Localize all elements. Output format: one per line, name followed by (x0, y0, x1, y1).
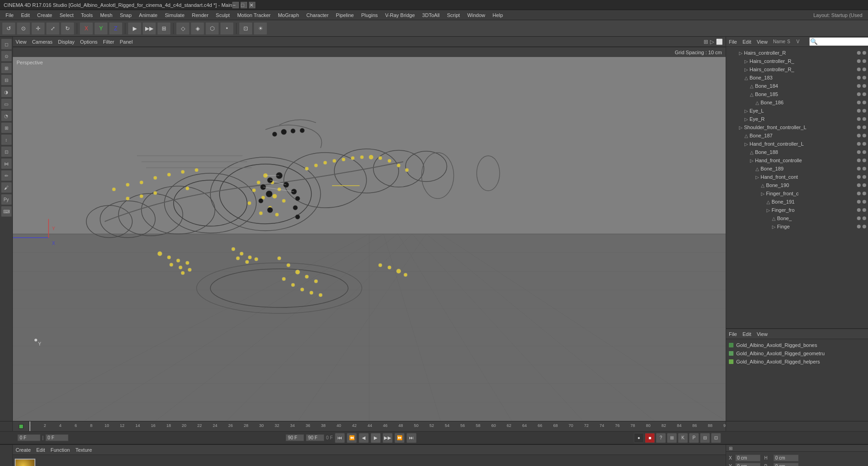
magnet-tool[interactable]: ⋈ (1, 158, 12, 169)
menu-animate[interactable]: Animate (135, 11, 161, 19)
obj-tree-item[interactable]: ▷Eye_R (726, 115, 868, 123)
menu-help[interactable]: Help (489, 11, 507, 19)
step-fwd-button[interactable]: ⏩ (395, 433, 405, 443)
menu-sculpt[interactable]: Sculpt (212, 11, 234, 19)
menu-tools[interactable]: Tools (77, 11, 96, 19)
render-to-po-button[interactable]: ⊞ (157, 22, 171, 35)
render-region-button[interactable]: ▶▶ (142, 22, 156, 35)
mat-menu-texture[interactable]: Texture (75, 447, 92, 453)
vp-menu-filter[interactable]: Filter (103, 39, 114, 45)
obj-tree-item[interactable]: ▷Hand_front_cont (726, 173, 868, 181)
object-mode-button[interactable]: ◇ (176, 22, 190, 35)
edge-mode-button[interactable]: ⬡ (205, 22, 219, 35)
vp-menu-display[interactable]: Display (58, 39, 74, 45)
menu-mesh[interactable]: Mesh (96, 11, 116, 19)
obj-tree-item[interactable]: △Bone_188 (726, 148, 868, 156)
layer-item[interactable]: Gold_Albino_Axolotl_Rigged_geometru (726, 349, 868, 358)
floor-tool[interactable]: ▭ (1, 98, 12, 109)
anim-button[interactable]: ⊟ (700, 433, 710, 443)
menu-motion-tracker[interactable]: Motion Tracker (233, 11, 274, 19)
select-tool[interactable]: ⊡ (1, 146, 12, 157)
frame-start-input[interactable] (45, 434, 68, 441)
layer-item[interactable]: Gold_Albino_Axolotl_Rigged_bones (726, 341, 868, 349)
menu-render[interactable]: Render (188, 11, 212, 19)
perspective-tool[interactable]: ◻ (1, 39, 12, 50)
point-mode-button[interactable]: • (220, 22, 234, 35)
keyframe-button[interactable]: ● (634, 433, 644, 443)
frame-end-display[interactable] (286, 434, 304, 441)
help-transport-button[interactable]: ? (656, 433, 666, 443)
material-item[interactable]: Axolotl (15, 459, 35, 466)
menu-3dtoall[interactable]: 3DToAll (418, 11, 443, 19)
menu-script[interactable]: Script (443, 11, 463, 19)
key-button[interactable]: K (678, 433, 688, 443)
mat-menu-edit[interactable]: Edit (36, 447, 45, 453)
play-button[interactable]: ▶ (371, 433, 381, 443)
shade-tool[interactable]: ◑ (1, 86, 12, 97)
maximize-button[interactable]: □ (241, 2, 247, 8)
y-axis-button[interactable]: Y (94, 22, 108, 35)
window-controls[interactable]: − □ ✕ (232, 2, 255, 8)
sky-tool[interactable]: ◔ (1, 110, 12, 121)
obj-menu-edit[interactable]: Edit (743, 39, 751, 45)
step-back-button[interactable]: ⏪ (347, 433, 357, 443)
undo-button[interactable]: ↺ (2, 22, 16, 35)
python-tool[interactable]: Py (1, 194, 12, 205)
vp-icon-1[interactable]: ⊞ (704, 39, 708, 45)
obj-tree-item[interactable]: ▷Hairs_controller_R_ (726, 65, 868, 74)
obj-tree-item[interactable]: ▷Hairs_controller_R_ (726, 57, 868, 65)
snap-button[interactable]: ⊡ (239, 22, 253, 35)
menu-create[interactable]: Create (34, 11, 56, 19)
obj-tree-item[interactable]: △Bone_186 (726, 98, 868, 107)
vp-icon-maximize[interactable]: ⬜ (716, 39, 723, 45)
z-axis-button[interactable]: Z (109, 22, 123, 35)
light-button[interactable]: ☀ (254, 22, 267, 35)
goto-end-button[interactable]: ⏭ (406, 433, 417, 443)
pos-h-input[interactable] (773, 455, 799, 461)
menu-snap[interactable]: Snap (116, 11, 135, 19)
x-axis-button[interactable]: X (79, 22, 93, 35)
obj-tree-item[interactable]: ▷Hand_front_controller_L (726, 140, 868, 148)
material-swatch-axolotl[interactable] (15, 459, 35, 466)
obj-tree-item[interactable]: ▷Hand_front_controlle (726, 156, 868, 165)
obj-tree-item[interactable]: ▷Shoulder_front_controller_L (726, 123, 868, 131)
obj-tree-item[interactable]: ▷Finger_fro (726, 206, 868, 214)
obj-tree-item[interactable]: △Bone_191 (726, 198, 868, 206)
checker-tool[interactable]: ⊞ (1, 63, 12, 74)
obj-tree-item[interactable]: △Bone_187 (726, 131, 868, 140)
obj-tree-item[interactable]: △Bone_184 (726, 82, 868, 90)
obj-tree-item[interactable]: △Bone_190 (726, 181, 868, 189)
menu-edit[interactable]: Edit (17, 11, 34, 19)
brush-tool[interactable]: ✏ (1, 170, 12, 181)
obj-tree-item[interactable]: △Bone_ (726, 214, 868, 222)
vp-menu-view[interactable]: View (16, 39, 27, 45)
obj-tree-item[interactable]: △Bone_189 (726, 165, 868, 173)
obj-tree-item[interactable]: △Bone_185 (726, 90, 868, 98)
polygon-mode-button[interactable]: ◈ (191, 22, 204, 35)
pos-y-input[interactable] (735, 463, 761, 466)
obj-menu-file[interactable]: File (729, 39, 737, 45)
paint-tool[interactable]: 🖌 (1, 182, 12, 193)
obj-search-input[interactable] (809, 37, 868, 46)
pos-p-input[interactable] (773, 463, 799, 466)
param-button[interactable]: P (689, 433, 699, 443)
vp-menu-panel[interactable]: Panel (120, 39, 133, 45)
pos-x-input[interactable] (735, 455, 761, 461)
script-tool[interactable]: ⌨ (1, 206, 12, 217)
obj-tree-item[interactable]: ▷Eye_L (726, 107, 868, 115)
viewport[interactable]: View Cameras Display Options Filter Pane… (13, 37, 726, 421)
obj-tree-item[interactable]: △Bone_183 (726, 74, 868, 82)
move-cam-tool[interactable]: ↕ (1, 134, 12, 145)
play-back-button[interactable]: ◀ (359, 433, 369, 443)
menu-pipeline[interactable]: Pipeline (332, 11, 357, 19)
obj-tree-item[interactable]: ▷Hairs_controller_R (726, 49, 868, 57)
menu-simulate[interactable]: Simulate (161, 11, 188, 19)
menu-mograph[interactable]: MoGraph (274, 11, 303, 19)
extra-button[interactable]: ⊡ (711, 433, 721, 443)
layer-menu-edit[interactable]: Edit (743, 331, 751, 337)
grid-tool[interactable]: ⊞ (1, 122, 12, 133)
rotate-button[interactable]: ↻ (61, 22, 74, 35)
move-button[interactable]: ✛ (31, 22, 45, 35)
layer-item[interactable]: Gold_Albino_Axolotl_Rigged_helpers (726, 358, 868, 366)
vp-menu-cameras[interactable]: Cameras (32, 39, 53, 45)
